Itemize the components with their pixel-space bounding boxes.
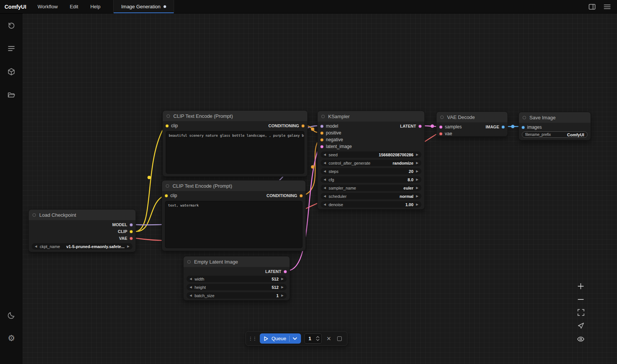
clip-slot-dot[interactable] [130,230,133,233]
vae-slot-dot[interactable] [130,237,133,240]
workflows-folder-icon[interactable] [4,87,19,102]
conditioning-slot-dot[interactable] [299,194,303,197]
node-clip-text-encode-positive[interactable]: CLIP Text Encode (Prompt) clip CONDITION… [162,110,308,177]
stepper-down-icon[interactable] [316,339,319,341]
model-slot-dot[interactable] [320,125,324,128]
decrement-arrow-icon[interactable]: ◀ [324,153,326,156]
widget-sampler-name[interactable]: ◀ sampler_name euler ▶ [321,185,421,191]
output-slot-conditioning[interactable]: CONDITIONING [267,193,303,198]
node-header[interactable]: CLIP Text Encode (Prompt) [162,180,305,191]
increment-arrow-icon[interactable]: ▶ [416,178,418,181]
conditioning-slot-dot[interactable] [301,124,305,128]
increment-arrow-icon[interactable]: ▶ [416,153,418,156]
link-dot-negative[interactable] [311,165,315,169]
widget-control-after-generate[interactable]: ◀ control_after_generate randomize ▶ [321,160,421,166]
widget-batch-size[interactable]: ◀ batch_size 1 ▶ [187,292,287,299]
widget-seed[interactable]: ◀ seed 156680208700286 ▶ [321,151,421,158]
decrement-arrow-icon[interactable]: ◀ [324,178,326,181]
decrement-arrow-icon[interactable]: ◀ [190,294,192,297]
input-slot-latent-image[interactable]: latent_image [318,143,424,150]
output-slot-conditioning[interactable]: CONDITIONING [268,123,305,128]
output-slot-image[interactable]: IMAGE [474,123,507,130]
link-dot-clip[interactable] [148,176,151,179]
settings-gear-icon[interactable]: ⚙ [4,331,19,346]
widget-steps[interactable]: ◀ steps 20 ▶ [321,168,421,174]
zoom-out-icon[interactable] [575,293,587,306]
widget-scheduler[interactable]: ◀ scheduler normal ▶ [321,193,421,199]
decrement-arrow-icon[interactable]: ◀ [324,187,326,190]
conditioning-slot-dot[interactable] [320,131,324,135]
widget-filename-prefix[interactable]: filename_prefix ComfyUI [522,131,588,138]
increment-arrow-icon[interactable]: ▶ [416,187,418,190]
latent-slot-dot[interactable] [439,125,443,129]
panel-toggle-icon[interactable] [588,3,596,11]
output-slot-model[interactable]: MODEL [29,221,136,228]
decrement-arrow-icon[interactable]: ◀ [324,170,326,173]
output-slot-clip[interactable]: CLIP [29,228,136,235]
collapse-dot-icon[interactable] [321,115,325,118]
node-clip-text-encode-negative[interactable]: CLIP Text Encode (Prompt) clip CONDITION… [162,180,306,251]
collapse-dot-icon[interactable] [32,213,36,217]
increment-arrow-icon[interactable]: ▶ [416,203,418,206]
clip-slot-dot[interactable] [165,194,168,197]
drag-handle[interactable]: ⋮⋮ [248,336,256,341]
collapse-dot-icon[interactable] [166,184,169,188]
node-header[interactable]: Empty Latent Image [184,256,290,267]
input-slot-clip[interactable]: clip [165,123,178,128]
decrement-arrow-icon[interactable]: ◀ [35,245,37,248]
decrement-arrow-icon[interactable]: ◀ [190,278,192,281]
link-dot-image[interactable] [511,125,515,128]
decrement-arrow-icon[interactable]: ◀ [324,195,326,198]
menu-help[interactable]: Help [84,0,106,13]
model-library-icon[interactable] [4,64,19,79]
wire-clip-to-negative-prompt[interactable] [136,196,164,231]
decrement-arrow-icon[interactable]: ◀ [324,203,326,206]
stepper-up-icon[interactable] [316,336,319,338]
image-slot-dot[interactable] [501,125,505,129]
menu-icon[interactable] [603,3,611,11]
zoom-in-icon[interactable] [575,279,587,293]
batch-count-value[interactable]: 1 [308,336,314,341]
latent-slot-dot[interactable] [418,125,422,128]
increment-arrow-icon[interactable]: ▶ [416,170,418,173]
collapse-dot-icon[interactable] [440,116,444,119]
node-ksampler[interactable]: KSampler model positive negative latent_… [317,111,425,210]
node-save-image[interactable]: Save Image images filename_prefix ComfyU… [518,112,591,140]
increment-arrow-icon[interactable]: ▶ [127,245,130,248]
increment-arrow-icon[interactable]: ▶ [281,286,284,289]
node-canvas[interactable]: Load Checkpoint MODEL CLIP VAE ◀ ckpt_na… [23,14,617,364]
node-load-checkpoint[interactable]: Load Checkpoint MODEL CLIP VAE ◀ ckpt_na… [28,209,136,252]
chevron-down-icon[interactable] [293,337,297,340]
cancel-icon[interactable]: ✕ [325,335,332,342]
queue-list-icon[interactable] [4,41,19,56]
node-empty-latent-image[interactable]: Empty Latent Image LATENT ◀ width 512 ▶ … [183,256,290,301]
increment-arrow-icon[interactable]: ▶ [281,278,284,281]
input-slot-clip[interactable]: clip [165,193,177,198]
increment-arrow-icon[interactable]: ▶ [281,294,284,297]
stop-icon[interactable] [336,335,343,342]
collapse-dot-icon[interactable] [167,114,170,118]
node-header[interactable]: VAE Decode [437,112,507,122]
vae-slot-dot[interactable] [439,132,443,136]
prompt-textarea[interactable]: text, watermark [165,201,302,248]
fit-view-icon[interactable] [575,306,587,319]
node-header[interactable]: KSampler [318,111,424,122]
menu-edit[interactable]: Edit [64,0,84,13]
clip-slot-dot[interactable] [165,124,169,128]
tab-image-generation[interactable]: Image Generation [113,0,174,13]
menu-workflow[interactable]: Workflow [32,0,64,13]
theme-toggle-moon-icon[interactable] [4,308,19,323]
batch-count-stepper[interactable]: 1 [304,333,322,344]
decrement-arrow-icon[interactable]: ◀ [190,286,192,289]
output-slot-latent[interactable]: LATENT [184,268,290,275]
collapse-dot-icon[interactable] [187,260,191,264]
output-slot-latent[interactable]: LATENT [379,123,424,130]
input-slot-images[interactable]: images [519,124,591,131]
widget-ckpt-name[interactable]: ◀ ckpt_name v1-5-pruned-emaonly.safete..… [32,243,133,250]
link-dot-positive[interactable] [311,128,315,131]
latent-slot-dot[interactable] [320,145,324,148]
node-vae-decode[interactable]: VAE Decode samples vae IMAGE [436,111,508,137]
latent-slot-dot[interactable] [284,270,287,273]
decrement-arrow-icon[interactable]: ◀ [324,162,326,165]
node-header[interactable]: Save Image [519,112,591,123]
